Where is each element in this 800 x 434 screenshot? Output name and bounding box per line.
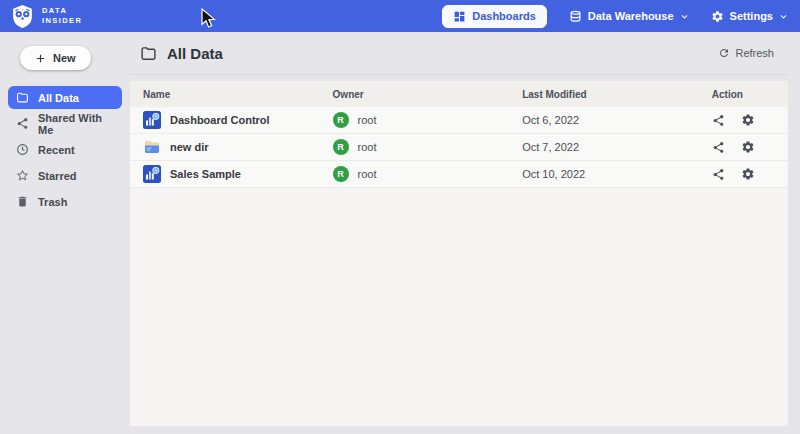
navbar-actions: Dashboards Data Warehouse Settings: [442, 5, 788, 28]
row-name: Dashboard Control: [170, 114, 270, 126]
dashboards-button[interactable]: Dashboards: [442, 5, 547, 28]
sidebar-item-label: All Data: [38, 92, 79, 104]
star-icon: [16, 169, 29, 182]
sidebar: New All Data Shared With Me: [0, 32, 130, 426]
share-action-icon[interactable]: [712, 168, 725, 181]
owner-name: root: [358, 168, 377, 180]
data-table-card: Name Owner Last Modified Action: [130, 81, 788, 426]
last-modified: Oct 7, 2022: [522, 141, 712, 153]
column-header-last-modified: Last Modified: [522, 89, 712, 100]
row-name: Sales Sample: [170, 168, 241, 180]
data-warehouse-menu[interactable]: Data Warehouse: [569, 10, 689, 23]
settings-menu[interactable]: Settings: [711, 10, 788, 23]
owner-avatar: R: [333, 112, 349, 128]
app-window: DATA INSIDER Dashboards Data Warehouse: [0, 0, 800, 434]
owner-avatar: R: [333, 139, 349, 155]
sidebar-item-label: Recent: [38, 144, 75, 156]
database-icon: [569, 10, 582, 23]
data-warehouse-label: Data Warehouse: [588, 10, 674, 22]
column-header-owner: Owner: [333, 89, 523, 100]
sidebar-item-trash[interactable]: Trash: [8, 190, 122, 213]
row-name: new dir: [170, 141, 209, 153]
owner-name: root: [358, 114, 377, 126]
plus-icon: [35, 53, 46, 64]
sidebar-item-all-data[interactable]: All Data: [8, 86, 122, 109]
column-header-action: Action: [712, 89, 775, 100]
owl-logo-icon: [10, 4, 35, 29]
owner-name: root: [358, 141, 377, 153]
last-modified: Oct 6, 2022: [522, 114, 712, 126]
brand-text: DATA INSIDER: [42, 6, 82, 26]
share-icon: [16, 117, 29, 130]
share-action-icon[interactable]: [712, 141, 725, 154]
main-header: All Data Refresh: [130, 32, 788, 75]
folder-file-icon: [143, 138, 161, 156]
folder-icon: [140, 45, 157, 62]
refresh-button[interactable]: Refresh: [718, 47, 784, 59]
top-navbar: DATA INSIDER Dashboards Data Warehouse: [0, 0, 800, 32]
chevron-down-icon: [779, 12, 788, 21]
brand: DATA INSIDER: [10, 4, 82, 29]
settings-label: Settings: [730, 10, 773, 22]
chevron-down-icon: [680, 12, 689, 21]
settings-action-icon[interactable]: [741, 167, 755, 181]
gear-icon: [711, 10, 724, 23]
dashboards-label: Dashboards: [472, 10, 536, 22]
sidebar-item-label: Shared With Me: [38, 112, 114, 136]
refresh-label: Refresh: [735, 47, 774, 59]
sidebar-list: All Data Shared With Me Recent: [0, 86, 130, 213]
new-button[interactable]: New: [20, 46, 91, 70]
dashboard-file-icon: [143, 165, 161, 183]
dashboard-file-icon: [143, 111, 161, 129]
sidebar-item-recent[interactable]: Recent: [8, 138, 122, 161]
content-area: New All Data Shared With Me: [0, 32, 800, 434]
column-header-name: Name: [143, 89, 333, 100]
table-row[interactable]: new dir R root Oct 7, 2022: [130, 134, 788, 161]
last-modified: Oct 10, 2022: [522, 168, 712, 180]
table-row[interactable]: Dashboard Control R root Oct 6, 2022: [130, 107, 788, 134]
sidebar-item-label: Starred: [38, 170, 77, 182]
table-row[interactable]: Sales Sample R root Oct 10, 2022: [130, 161, 788, 188]
main-panel: All Data Refresh Name Owner Last Modifie…: [130, 32, 788, 426]
new-button-label: New: [53, 52, 76, 64]
share-action-icon[interactable]: [712, 114, 725, 127]
trash-icon: [16, 195, 29, 208]
settings-action-icon[interactable]: [741, 140, 755, 154]
table-header-row: Name Owner Last Modified Action: [130, 81, 788, 107]
owner-avatar: R: [333, 166, 349, 182]
refresh-icon: [718, 47, 730, 59]
page-title: All Data: [167, 45, 223, 62]
sidebar-item-starred[interactable]: Starred: [8, 164, 122, 187]
settings-action-icon[interactable]: [741, 113, 755, 127]
dashboard-grid-icon: [453, 10, 466, 23]
clock-icon: [16, 143, 29, 156]
sidebar-item-shared-with-me[interactable]: Shared With Me: [8, 112, 122, 135]
folder-icon: [16, 91, 29, 104]
sidebar-item-label: Trash: [38, 196, 67, 208]
